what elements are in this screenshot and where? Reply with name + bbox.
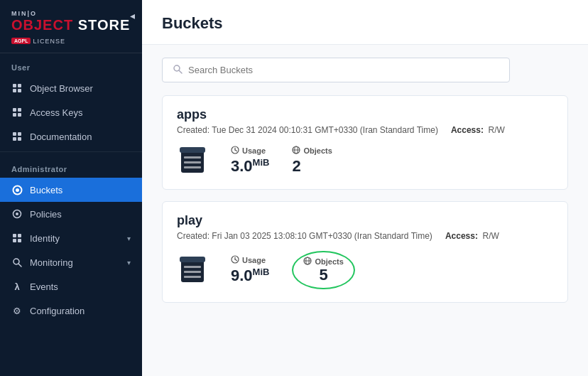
svg-rect-11	[18, 137, 21, 141]
svg-rect-25	[180, 147, 205, 153]
sidebar-item-identity[interactable]: Identity ▾	[0, 226, 142, 250]
policies-icon	[11, 208, 23, 220]
usage-clock-icon	[231, 255, 239, 265]
svg-rect-17	[18, 234, 21, 237]
usage-value: 9.0MiB	[231, 267, 269, 285]
objects-label: Objects	[303, 146, 332, 155]
sidebar-item-access-keys[interactable]: Access Keys	[0, 100, 142, 124]
objects-value: 5	[319, 267, 327, 284]
sidebar-logo: MIN|O OBJECT STORE AGPL LICENSE ◂	[0, 0, 142, 53]
bucket-name: play	[177, 213, 553, 228]
svg-rect-16	[13, 234, 16, 237]
collapse-button[interactable]: ◂	[130, 10, 135, 21]
sidebar-item-label: Identity	[30, 233, 60, 244]
svg-rect-38	[184, 271, 201, 273]
configuration-icon: ⚙	[11, 305, 23, 316]
search-input[interactable]	[188, 65, 499, 75]
sidebar-item-label: Events	[30, 281, 58, 292]
sidebar-divider	[0, 151, 142, 152]
sidebar-item-configuration[interactable]: ⚙ Configuration	[0, 299, 142, 323]
svg-point-15	[16, 213, 18, 215]
bucket-meta: Created: Tue Dec 31 2024 00:10:31 GMT+03…	[177, 125, 553, 135]
search-bar-container	[142, 45, 588, 88]
sidebar-item-label: Buckets	[30, 185, 62, 195]
access-keys-icon	[11, 107, 23, 118]
sidebar-item-object-browser[interactable]: Object Browser	[0, 76, 142, 100]
buckets-icon	[11, 184, 23, 195]
stat-objects-circled: Objects 5	[292, 251, 354, 289]
svg-rect-3	[18, 89, 21, 92]
svg-point-13	[16, 188, 19, 192]
bucket-meta: Created: Fri Jan 03 2025 13:08:10 GMT+03…	[177, 231, 553, 241]
svg-rect-18	[13, 239, 16, 242]
agpl-pill: AGPL	[11, 38, 31, 44]
objects-label: Objects	[315, 257, 343, 266]
usage-label: Usage	[242, 256, 266, 264]
svg-rect-5	[18, 108, 21, 112]
objects-value: 2	[292, 157, 332, 176]
svg-rect-1	[18, 84, 21, 87]
object-browser-icon	[11, 82, 23, 94]
svg-rect-6	[13, 113, 16, 117]
admin-section-label: Administrator	[0, 155, 142, 178]
svg-line-21	[18, 264, 21, 267]
sidebar-item-label: Documentation	[30, 131, 92, 142]
sidebar-item-buckets[interactable]: Buckets	[0, 178, 142, 202]
svg-rect-19	[18, 239, 21, 242]
svg-rect-8	[13, 132, 16, 136]
svg-rect-28	[184, 166, 201, 168]
bucket-stats: Usage 9.0MiB Objects 5	[177, 251, 553, 289]
sidebar-item-documentation[interactable]: Documentation	[0, 124, 142, 149]
stat-usage: Usage 3.0MiB	[231, 146, 269, 176]
monitoring-icon	[11, 257, 23, 268]
logo-mini: MIN|O	[11, 10, 131, 17]
svg-rect-36	[180, 257, 205, 262]
sidebar-item-label: Access Keys	[30, 107, 82, 118]
identity-icon	[11, 232, 23, 244]
buckets-list: apps Created: Tue Dec 31 2024 00:10:31 G…	[142, 88, 588, 317]
logo-brand-suffix: STORE	[73, 17, 130, 33]
search-icon	[173, 64, 183, 76]
bucket-card-apps[interactable]: apps Created: Tue Dec 31 2024 00:10:31 G…	[162, 95, 568, 190]
sidebar-item-policies[interactable]: Policies	[0, 202, 142, 226]
svg-rect-4	[13, 108, 16, 112]
bucket-card-play[interactable]: play Created: Fri Jan 03 2025 13:08:10 G…	[162, 201, 568, 303]
page-header: Buckets	[142, 0, 588, 45]
page-title: Buckets	[162, 14, 568, 33]
svg-rect-26	[184, 156, 201, 159]
sidebar-item-label: Policies	[30, 209, 62, 220]
objects-globe-icon	[292, 146, 300, 156]
sidebar: MIN|O OBJECT STORE AGPL LICENSE ◂ User O…	[0, 0, 142, 376]
usage-label: Usage	[242, 146, 266, 155]
svg-rect-7	[18, 113, 21, 117]
documentation-icon	[11, 131, 23, 142]
chevron-down-icon: ▾	[127, 259, 131, 267]
user-section-label: User	[0, 53, 142, 76]
bucket-created: Created: Tue Dec 31 2024 00:10:31 GMT+03…	[177, 125, 438, 135]
usage-value: 3.0MiB	[231, 157, 269, 176]
stat-usage: Usage 9.0MiB	[231, 255, 269, 285]
svg-rect-27	[184, 161, 201, 163]
main-content: Buckets apps Created: Tue Dec 31 2024 00…	[142, 0, 588, 376]
license-text: LICENSE	[33, 38, 65, 45]
svg-rect-9	[18, 132, 21, 136]
svg-rect-2	[13, 89, 16, 92]
svg-rect-0	[13, 84, 16, 87]
svg-rect-37	[184, 266, 201, 268]
stat-objects: Objects 2	[292, 146, 332, 176]
svg-line-31	[235, 150, 237, 151]
logo-brand-prefix: OBJECT	[11, 17, 73, 33]
svg-line-42	[235, 259, 237, 261]
license-badge: AGPL LICENSE	[11, 38, 65, 45]
svg-rect-39	[184, 276, 201, 278]
sidebar-item-monitoring[interactable]: Monitoring ▾	[0, 250, 142, 274]
bucket-barrel-icon	[177, 145, 208, 176]
sidebar-item-events[interactable]: λ Events	[0, 274, 142, 299]
search-bar[interactable]	[162, 58, 510, 82]
bucket-barrel-icon	[177, 254, 208, 286]
sidebar-item-label: Object Browser	[30, 83, 93, 94]
svg-rect-10	[13, 137, 16, 141]
objects-globe-icon	[303, 257, 312, 267]
logo-brand: OBJECT STORE	[11, 17, 131, 33]
chevron-down-icon: ▾	[127, 235, 131, 242]
